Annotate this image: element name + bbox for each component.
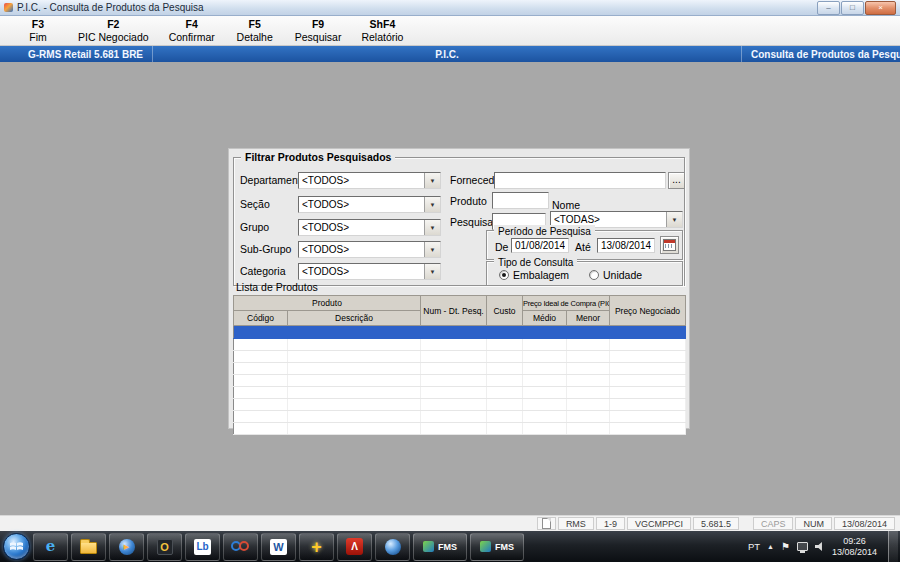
filter-groupbox: Filtrar Produtos Pesquisados Departament… (233, 157, 685, 286)
statusbar: RMS 1-9 VGCMPPCI 5.681.5 CAPS NUM 13/08/… (0, 515, 900, 531)
toolbar-label: Confirmar (169, 31, 215, 44)
taskbar-icon-outlook[interactable]: O (147, 533, 182, 561)
unidade-radio[interactable] (589, 270, 599, 280)
selected-row[interactable] (234, 326, 686, 339)
chevron-down-icon[interactable]: ▼ (424, 197, 440, 212)
network-icon[interactable] (797, 542, 808, 551)
statusbar-num: NUM (795, 517, 832, 530)
cell (487, 423, 523, 435)
data-final-input[interactable] (597, 238, 655, 253)
produto-input[interactable] (492, 192, 549, 209)
action-center-flag-icon[interactable]: ⚑ (781, 542, 790, 552)
language-indicator[interactable]: PT (748, 541, 760, 552)
toolbar-item-relatorio[interactable]: ShF4 Relatório (351, 18, 413, 44)
chevron-down-icon[interactable]: ▼ (424, 242, 440, 257)
table-row[interactable] (234, 423, 686, 435)
cell (421, 351, 487, 363)
minimize-button[interactable]: – (817, 1, 840, 15)
windows-logo-icon (10, 541, 23, 552)
taskbar-button-fms-1[interactable]: FMS (413, 533, 467, 561)
departamento-combobox[interactable]: <TODOS> ▼ (298, 172, 441, 189)
table-row[interactable] (234, 387, 686, 399)
window-controls: – □ × (816, 1, 896, 15)
cell (234, 399, 288, 411)
cell (610, 411, 686, 423)
toolbar-key: F2 (78, 18, 149, 31)
toolbar-label: PIC Negociado (78, 31, 149, 44)
table-row[interactable] (234, 351, 686, 363)
taskbar-icon-media-player[interactable]: ▶ (109, 533, 144, 561)
chevron-down-icon[interactable]: ▼ (424, 173, 440, 188)
grupo-combobox[interactable]: <TODOS> ▼ (298, 219, 441, 236)
calendar-button[interactable] (660, 236, 679, 254)
table-row[interactable] (234, 339, 686, 351)
table-row[interactable] (234, 363, 686, 375)
outlook-icon: O (157, 539, 173, 555)
cell (288, 411, 421, 423)
cell (421, 399, 487, 411)
secao-combobox[interactable]: <TODOS> ▼ (298, 196, 441, 213)
cell (523, 339, 567, 351)
toolbar-item-fim[interactable]: F3 Fim (8, 18, 68, 44)
col-num-dt-pesq: Num - Dt. Pesq. (421, 296, 487, 326)
taskbar-icon-windows-explorer[interactable] (71, 533, 106, 561)
chevron-down-icon[interactable]: ▼ (424, 264, 440, 279)
fornecedor-browse-button[interactable]: ... (668, 172, 685, 189)
volume-icon[interactable] (815, 542, 825, 552)
ate-label: Até (575, 241, 591, 253)
taskbar-clock[interactable]: 09:26 13/08/2014 (832, 536, 877, 558)
chevron-down-icon[interactable]: ▼ (424, 220, 440, 235)
chevron-up-icon[interactable]: ▲ (767, 543, 774, 550)
table-row[interactable] (234, 375, 686, 387)
col-custo: Custo (487, 296, 523, 326)
taskbar-icon-lb-app[interactable]: Lb (185, 533, 220, 561)
table-row[interactable] (234, 399, 686, 411)
cell (610, 375, 686, 387)
subgrupo-combobox[interactable]: <TODOS> ▼ (298, 241, 441, 258)
start-button[interactable] (3, 533, 30, 560)
data-inicial-input[interactable] (511, 238, 569, 253)
toolbar-item-confirmar[interactable]: F4 Confirmar (159, 18, 225, 44)
cell (288, 399, 421, 411)
toolbar-item-pesquisar[interactable]: F9 Pesquisar (285, 18, 352, 44)
close-button[interactable]: × (865, 1, 896, 15)
cell (523, 387, 567, 399)
cell (234, 363, 288, 375)
taskbar-icon-adobe-reader[interactable]: Λ (337, 533, 372, 561)
col-descricao: Descrição (288, 311, 421, 326)
statusbar-version: 5.681.5 (693, 517, 739, 530)
fornecedor-input[interactable] (494, 172, 666, 189)
cell (610, 339, 686, 351)
categoria-combobox[interactable]: <TODOS> ▼ (298, 263, 441, 280)
header-title: P.I.C. (153, 49, 741, 60)
taskbar-icon-globe-app[interactable] (375, 533, 410, 561)
app-icon (4, 3, 13, 12)
taskbar-icon-rings-app[interactable] (223, 533, 258, 561)
toolbar-item-detalhe[interactable]: F5 Detalhe (225, 18, 285, 44)
consulta-form: Filtrar Produtos Pesquisados Departament… (228, 148, 690, 429)
cell (523, 399, 567, 411)
produto-label: Produto (450, 195, 487, 207)
embalagem-radio[interactable] (499, 270, 509, 280)
table-row[interactable] (234, 411, 686, 423)
cell (523, 375, 567, 387)
application-window: P.I.C. - Consulta de Produtos da Pesquis… (0, 0, 900, 562)
cell (567, 351, 610, 363)
taskbar-button-fms-2[interactable]: FMS (470, 533, 524, 561)
fms-button-label: FMS (438, 542, 457, 552)
cell (234, 351, 288, 363)
combobox-value: <TODOS> (299, 244, 424, 255)
cell (234, 423, 288, 435)
toolbar-item-pic-negociado[interactable]: F2 PIC Negociado (68, 18, 159, 44)
cell (234, 339, 288, 351)
taskbar-icon-internet-explorer[interactable]: e (33, 533, 68, 561)
cell (234, 411, 288, 423)
col-medio: Médio (523, 311, 567, 326)
taskbar-icon-word[interactable]: W (261, 533, 296, 561)
maximize-button[interactable]: □ (841, 1, 864, 15)
taskbar-icon-gold-plus-app[interactable]: + (299, 533, 334, 561)
cell (567, 423, 610, 435)
chevron-down-icon[interactable]: ▼ (666, 212, 682, 227)
show-desktop-button[interactable] (888, 531, 898, 562)
cell (234, 326, 686, 339)
